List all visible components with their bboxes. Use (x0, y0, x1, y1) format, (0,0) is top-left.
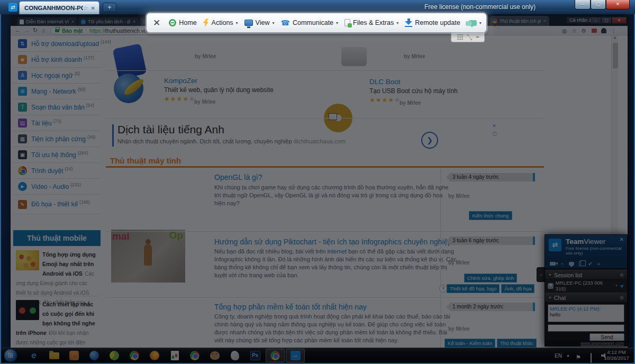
license-text: Free license (non-commercial use only) (424, 3, 536, 11)
new-session-tab-button[interactable]: + (103, 3, 116, 12)
toolbar-files-extras[interactable]: Files & Extras ▾ (341, 19, 402, 26)
session-tab-close-icon[interactable]: ✕ (91, 5, 95, 11)
toolbar-chat[interactable]: ▾ (464, 20, 485, 26)
collapse-toolbar-icon[interactable]: › (474, 36, 481, 38)
close-button[interactable]: ✕ (606, 0, 630, 10)
favorite-star-icon[interactable]: ☆ (83, 5, 88, 12)
monitor-icon (244, 20, 253, 26)
home-ring-icon (169, 19, 176, 26)
teamviewer-remote-session: ⇄ CONGANHMOON-PC ☆ ✕ + Free license (non… (0, 0, 635, 364)
host-window-controls: – ▢ ✕ (575, 0, 630, 10)
chevron-down-icon: ▾ (396, 21, 398, 25)
close-session-icon[interactable]: ✕ (151, 17, 166, 29)
toolbar-home[interactable]: Home (166, 19, 199, 26)
dim-overlay (0, 14, 635, 363)
toolbar-communicate[interactable]: ☎ Communicate ▾ (278, 19, 342, 26)
fit-screen-icon[interactable]: ↖↘ (467, 34, 473, 40)
chevron-down-icon: ▾ (236, 21, 238, 25)
phone-icon: ☎ (281, 19, 290, 26)
chevron-down-icon: ▾ (272, 21, 274, 25)
file-puzzle-icon (344, 19, 350, 26)
minimize-button[interactable]: – (575, 0, 591, 10)
toolbar-view[interactable]: View ▾ (241, 19, 278, 26)
session-tab[interactable]: CONGANHMOON-PC ☆ ✕ (19, 1, 99, 14)
remote-control-toolbar: ✕ Home Actions ▾ View ▾ ☎ Communicate ▾ … (146, 13, 487, 33)
chat-bubbles-icon (469, 20, 477, 26)
maximize-button[interactable]: ▢ (591, 0, 606, 10)
toolbar-actions[interactable]: Actions ▾ (200, 19, 241, 27)
session-tab-title: CONGANHMOON-PC (20, 5, 83, 11)
teamviewer-logo-icon: ⇄ (8, 3, 17, 12)
host-titlebar: ⇄ CONGANHMOON-PC ☆ ✕ + Free license (non… (0, 0, 635, 14)
grid-icon[interactable] (457, 34, 463, 40)
chevron-down-icon: ▾ (479, 21, 482, 25)
download-arrow-icon (405, 19, 412, 27)
lightning-icon (203, 19, 209, 27)
toolbar-remote-update[interactable]: Remote update (402, 19, 463, 27)
toolbar-mini-tray: ↖↘ › (451, 32, 485, 42)
host-border-left (0, 14, 1, 364)
chevron-down-icon: ▾ (336, 21, 338, 25)
